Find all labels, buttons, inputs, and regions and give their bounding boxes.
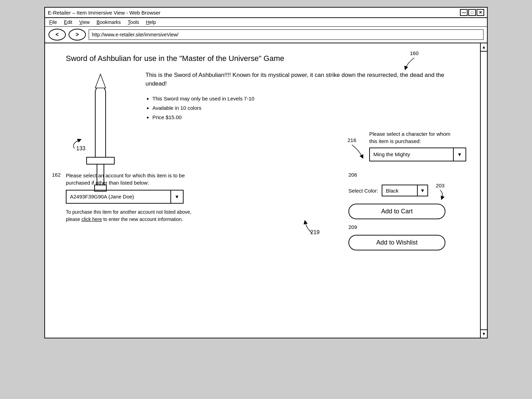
color-label: Select Color: xyxy=(348,188,378,194)
scroll-down-arrow[interactable]: ▼ xyxy=(480,329,487,338)
menu-edit[interactable]: Edit xyxy=(64,19,72,25)
forward-button[interactable]: > xyxy=(69,29,86,41)
character-select[interactable]: Ming the Mighty xyxy=(370,149,453,159)
annotation-216: 216 xyxy=(347,137,356,143)
purchase-section: 206 Select Color: Black ▼ xyxy=(348,172,466,250)
bullet-3: Price $15.00 xyxy=(152,113,466,122)
main-layout: 133 This is the Sword of Ash xyxy=(66,71,466,168)
url-input[interactable] xyxy=(89,29,484,40)
annotation-133-arrow: 133 xyxy=(69,133,104,161)
add-to-wishlist-button[interactable]: Add to Wishlist xyxy=(348,235,445,250)
color-select-arrow[interactable]: ▼ xyxy=(417,185,427,196)
account-note-suffix: to enter the new account information. xyxy=(102,216,183,222)
click-here-link[interactable]: click here xyxy=(81,216,102,222)
scroll-up-arrow[interactable]: ▲ xyxy=(480,43,487,52)
annotation-203: 203 xyxy=(436,183,444,188)
menu-bookmarks[interactable]: Bookmarks xyxy=(97,19,121,25)
character-select-wrapper: Ming the Mighty ▼ xyxy=(369,148,466,161)
bullet-2: Available in 10 colors xyxy=(152,103,466,113)
annotation-216-arrow xyxy=(342,143,362,160)
window-controls: — □ ✕ xyxy=(460,9,484,16)
menu-file[interactable]: File xyxy=(49,19,57,25)
character-select-label: Please select a character for whom this … xyxy=(369,130,459,145)
color-select-wrapper: Black ▼ xyxy=(382,185,428,196)
item-bullets: This Sword may only be used in Levels 7-… xyxy=(145,94,466,122)
svg-marker-1 xyxy=(95,74,106,88)
bottom-controls: 162 Please select an account for which t… xyxy=(66,172,466,250)
account-section: Please select an account for which this … xyxy=(66,172,335,223)
annotation-203-arrow xyxy=(435,188,445,199)
account-select[interactable]: A2493F39G90A (Jane Doe) xyxy=(66,192,170,202)
character-select-arrow[interactable]: ▼ xyxy=(453,148,466,161)
browser-window: E-Retailer – Item Immersive View - Web B… xyxy=(44,7,488,338)
back-button[interactable]: < xyxy=(48,29,66,41)
menu-view[interactable]: View xyxy=(79,19,90,25)
close-button[interactable]: ✕ xyxy=(477,9,484,16)
address-bar: < > xyxy=(45,27,487,43)
scrollbar: ▲ ▼ xyxy=(480,43,487,338)
account-note: To purchase this item for another accoun… xyxy=(66,209,197,223)
right-panel: This is the Sword of Ashbulian!!!! Known… xyxy=(145,71,466,168)
browser-body: Sword of Ashbulian for use in the "Maste… xyxy=(45,43,487,338)
minimize-button[interactable]: — xyxy=(460,9,468,16)
account-select-label: Please select an account for which this … xyxy=(66,172,197,186)
svg-text:219: 219 xyxy=(310,229,320,235)
sword-container: 133 xyxy=(66,71,135,168)
content-area: Sword of Ashbulian for use in the "Maste… xyxy=(45,43,480,338)
menu-tools[interactable]: Tools xyxy=(128,19,139,25)
account-select-arrow[interactable]: ▼ xyxy=(170,190,183,203)
annotation-160: 160 xyxy=(410,50,418,56)
menu-help[interactable]: Help xyxy=(146,19,156,25)
add-to-cart-button[interactable]: Add to Cart xyxy=(348,204,445,219)
annotation-162: 162 xyxy=(52,172,61,178)
item-description: This is the Sword of Ashbulian!!!! Known… xyxy=(145,71,466,88)
annotation-206: 206 xyxy=(348,172,357,178)
annotation-209: 209 xyxy=(348,224,357,230)
browser-title: E-Retailer – Item Immersive View - Web B… xyxy=(48,10,160,16)
bullet-1: This Sword may only be used in Levels 7-… xyxy=(152,94,466,103)
svg-text:133: 133 xyxy=(76,145,86,151)
restore-button[interactable]: □ xyxy=(468,9,476,16)
title-bar: E-Retailer – Item Immersive View - Web B… xyxy=(45,8,487,18)
annotation-219-arrow: 219 xyxy=(300,219,328,236)
menu-bar: File Edit View Bookmarks Tools Help xyxy=(45,18,487,27)
character-section: Please select a character for whom this … xyxy=(369,130,466,161)
color-select[interactable]: Black xyxy=(382,186,417,195)
color-row: Select Color: Black ▼ 203 xyxy=(348,183,466,199)
account-select-wrapper: A2493F39G90A (Jane Doe) ▼ xyxy=(66,190,184,204)
